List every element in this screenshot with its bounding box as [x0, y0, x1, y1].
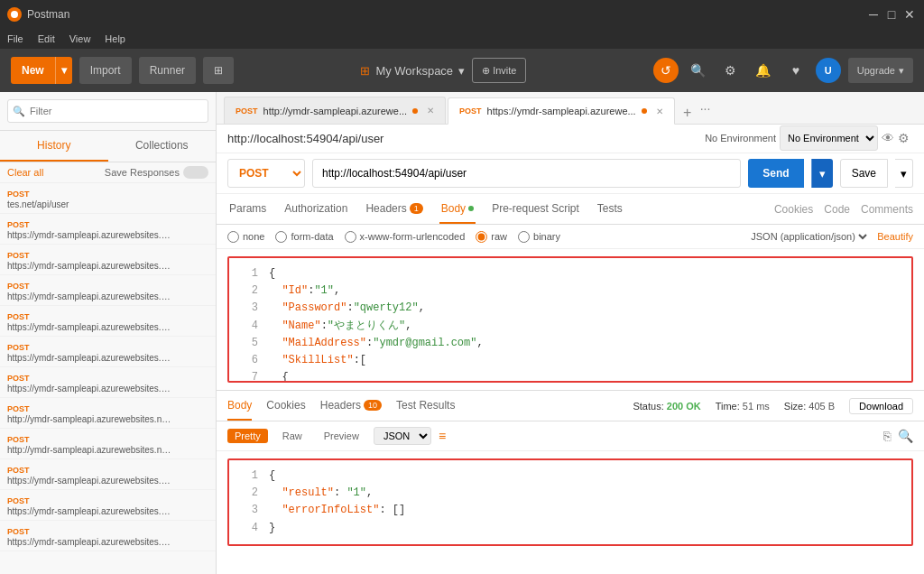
settings-icon[interactable]: ⚙: [718, 58, 744, 83]
json-format-select[interactable]: JSON (application/json): [747, 230, 870, 243]
search-response-icon[interactable]: 🔍: [898, 429, 913, 443]
cookies-link[interactable]: Cookies: [774, 203, 813, 216]
request-body-editor[interactable]: 1{ 2 "Id":"1", 3 "Password":"qwerty12", …: [227, 256, 913, 383]
pretty-button[interactable]: Pretty: [227, 429, 268, 443]
list-item[interactable]: POST https://ymdr-sampleapi.azurewebsite…: [0, 490, 216, 521]
env-eye-icon[interactable]: 👁: [882, 131, 894, 145]
request-tab-2[interactable]: POST https://ymdr-sampleapi.azurewe... ✕: [448, 97, 675, 125]
raw-option[interactable]: raw: [476, 231, 507, 243]
list-item[interactable]: POST https://ymdr-sampleapi.azurewebsite…: [0, 306, 216, 337]
history-url: https://ymdr-sampleapi.azurewebsites.net…: [7, 384, 174, 393]
headers-tab[interactable]: Headers 1: [364, 194, 424, 224]
tab-close-2[interactable]: ✕: [656, 106, 663, 116]
response-json-select[interactable]: JSON: [374, 427, 431, 445]
line-num: 3: [236, 300, 258, 317]
list-item[interactable]: POST https://ymdr-sampleapi.azurewebsite…: [0, 214, 216, 245]
sync-icon[interactable]: ↺: [653, 58, 679, 83]
response-body-code: 1{ 2 "result": "1", 3 "errorInfoList": […: [227, 458, 913, 546]
titlebar-controls: ─ □ ✕: [866, 7, 917, 22]
menubar: File Edit View Help: [0, 29, 924, 49]
form-data-option[interactable]: form-data: [275, 231, 333, 243]
line-num: 6: [236, 352, 258, 369]
list-item[interactable]: POST http://ymdr-sampleapi.azurewebsites…: [0, 429, 216, 459]
layout-button[interactable]: ⊞: [203, 57, 234, 84]
response-headers-tab[interactable]: Headers 10: [320, 391, 382, 421]
more-tabs-button[interactable]: ···: [700, 101, 711, 116]
new-tab-button[interactable]: +: [677, 102, 698, 124]
app-logo: [7, 7, 22, 22]
list-item[interactable]: POST https://ymdr-sampleapi.azurewebsite…: [0, 245, 216, 275]
beautify-button[interactable]: Beautify: [877, 231, 913, 242]
url-input[interactable]: [312, 159, 741, 188]
method-badge: POST: [7, 466, 34, 475]
notification-icon[interactable]: 🔔: [751, 58, 776, 83]
search-toolbar-icon[interactable]: 🔍: [686, 58, 711, 83]
list-item[interactable]: POST https://ymdr-sampleapi.azurewebsite…: [0, 367, 216, 398]
response-tabs: Body Cookies Headers 10 Test Results Sta…: [217, 391, 924, 421]
runner-button[interactable]: Runner: [139, 57, 196, 84]
save-responses-switch[interactable]: [183, 166, 208, 179]
list-item[interactable]: POST https://ymdr-sampleapi.azurewebsite…: [0, 275, 216, 306]
none-option[interactable]: none: [227, 231, 264, 243]
response-test-results-tab[interactable]: Test Results: [396, 391, 455, 421]
tests-tab[interactable]: Tests: [596, 194, 624, 224]
history-url: https://ymdr-sampleapi.azurewebsites.net…: [7, 230, 174, 240]
environment-select[interactable]: No Environment: [780, 125, 878, 151]
invite-button[interactable]: ⊕ Invite: [472, 58, 526, 83]
body-tab[interactable]: Body: [439, 194, 476, 224]
minimize-button[interactable]: ─: [866, 7, 881, 22]
size-value: 405 B: [808, 401, 835, 412]
close-button[interactable]: ✕: [902, 7, 917, 22]
format-icons: ⎘ 🔍: [883, 429, 913, 443]
list-item[interactable]: POST https://ymdr-sampleapi.azurewebsite…: [0, 337, 216, 367]
response-cookies-tab[interactable]: Cookies: [266, 391, 305, 421]
save-responses-label: Save Responses: [105, 167, 180, 178]
menu-edit[interactable]: Edit: [38, 33, 55, 44]
tab-dot-1: [412, 108, 418, 114]
code-link[interactable]: Code: [824, 203, 850, 216]
upgrade-button[interactable]: Upgrade ▾: [848, 58, 913, 83]
user-avatar[interactable]: U: [816, 58, 841, 83]
workspace-selector[interactable]: ⊞ My Workspace ▾: [360, 64, 465, 78]
download-button[interactable]: Download: [849, 398, 913, 414]
method-select[interactable]: POST GET PUT DELETE: [227, 159, 305, 188]
response-headers-badge: 10: [364, 400, 382, 411]
heart-icon[interactable]: ♥: [783, 58, 808, 83]
copy-response-icon[interactable]: ⎘: [883, 429, 891, 443]
params-tab[interactable]: Params: [227, 194, 268, 224]
sidebar-tab-history[interactable]: History: [0, 131, 108, 162]
menu-view[interactable]: View: [69, 33, 91, 44]
list-item[interactable]: POST https://ymdr-sampleapi.azurewebsite…: [0, 521, 216, 551]
list-item[interactable]: POST tes.net/api/user: [0, 183, 216, 214]
prerequest-tab[interactable]: Pre-request Script: [490, 194, 581, 224]
authorization-tab[interactable]: Authorization: [282, 194, 349, 224]
clear-all-button[interactable]: Clear all: [7, 167, 43, 178]
comments-link[interactable]: Comments: [861, 203, 913, 216]
response-status: Status: 200 OK Time: 51 ms Size: 405 B D…: [633, 398, 913, 414]
save-dropdown-button[interactable]: ▾: [895, 159, 913, 188]
response-body-tab[interactable]: Body: [227, 391, 252, 421]
binary-option[interactable]: binary: [518, 231, 560, 243]
save-button[interactable]: Save: [840, 159, 888, 188]
send-dropdown-button[interactable]: ▾: [811, 159, 833, 188]
menu-help[interactable]: Help: [105, 33, 125, 44]
import-button[interactable]: Import: [79, 57, 132, 84]
wrap-lines-icon[interactable]: ≡: [439, 429, 446, 443]
sidebar-tab-collections[interactable]: Collections: [108, 131, 217, 162]
menu-file[interactable]: File: [7, 33, 23, 44]
new-button[interactable]: New: [11, 64, 55, 77]
urlencoded-option[interactable]: x-www-form-urlencoded: [345, 231, 466, 243]
list-item[interactable]: POST https://ymdr-sampleapi.azurewebsite…: [0, 459, 216, 490]
env-settings-icon[interactable]: ⚙: [898, 131, 910, 145]
maximize-button[interactable]: □: [884, 7, 899, 22]
preview-button[interactable]: Preview: [317, 429, 366, 443]
list-item[interactable]: POST http://ymdr-sampleapi.azurewebsites…: [0, 398, 216, 429]
send-button[interactable]: Send: [748, 159, 803, 188]
raw-button[interactable]: Raw: [275, 429, 310, 443]
body-options-right: JSON (application/json) Beautify: [747, 230, 913, 243]
search-input[interactable]: [7, 99, 208, 123]
request-tab-1[interactable]: POST http://ymdr-sampleapi.azurewe... ✕: [224, 97, 446, 124]
new-dropdown-arrow[interactable]: ▾: [55, 57, 72, 84]
tab-close-1[interactable]: ✕: [427, 106, 434, 116]
response-area: Body Cookies Headers 10 Test Results Sta…: [217, 390, 924, 553]
